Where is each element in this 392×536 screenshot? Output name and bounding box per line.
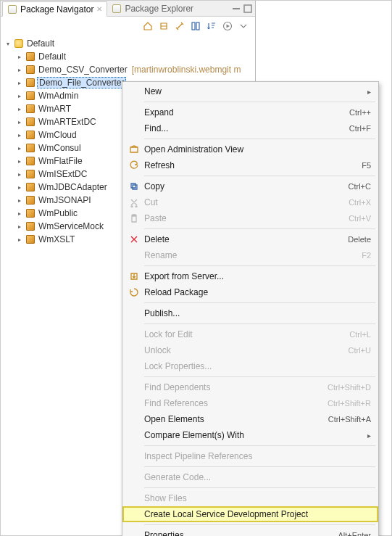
blank-icon [125,329,143,340]
view-menu-icon[interactable] [238,20,249,32]
expander-icon[interactable] [15,183,24,191]
expander-icon[interactable] [15,209,24,218]
menu-item[interactable]: Compare Element(s) With▸ [122,427,378,443]
menu-item[interactable]: Reload Package [122,284,378,300]
pkg-icon [25,221,36,231]
menu-item[interactable]: CopyCtrl+C [122,178,378,194]
menu-separator [144,302,375,303]
menu-item: Lock for EditCtrl+L [122,326,378,342]
blank-icon [125,360,143,372]
cut-icon [125,197,143,208]
svg-rect-1 [244,5,251,12]
svg-rect-2 [192,22,195,30]
export-icon [125,271,143,282]
menu-item: Inspect Pipeline References [122,448,378,464]
svg-rect-0 [233,8,240,9]
tab-package-navigator[interactable]: Package Navigator ✕ [2,1,107,17]
menu-item[interactable]: New▸ [122,83,378,99]
tree-node-label: WmARTExtDC [37,117,96,127]
menu-item-label: Find... [144,123,342,133]
menu-item[interactable]: Create Local Service Development Project [122,506,378,522]
tree-node-label: WmConsul [37,143,81,153]
expander-icon[interactable] [15,235,24,244]
menu-item-label: Export from Server... [144,271,371,281]
tree-node[interactable]: Demo_CSV_Converter[martinwroblinski.webm… [1,63,255,76]
tree-node-label: WmCloud [37,130,77,140]
paste-icon [125,213,143,224]
maximize-view-icon[interactable] [242,3,254,15]
expander-icon[interactable] [15,78,24,87]
menu-item[interactable]: Find...Ctrl+F [122,120,378,136]
menu-item-accelerator: Ctrl+U [343,346,371,355]
menu-item-label: Lock Properties... [144,361,371,371]
expander-icon[interactable] [15,131,24,139]
menu-separator [144,524,375,525]
tree-node-label: WmServiceMock [37,221,104,231]
server-icon [14,38,24,49]
tree-node-label: WmFlatFile [37,156,83,166]
menu-item[interactable]: Publish... [122,305,378,321]
expander-icon[interactable] [15,144,24,152]
expander-icon[interactable] [15,91,24,100]
link-editor-icon[interactable] [174,20,185,32]
menu-item-accelerator: Ctrl+F [343,124,371,133]
menu-item[interactable]: Export from Server... [122,268,378,284]
expander-icon[interactable] [4,39,12,48]
menu-item[interactable]: DeleteDelete [122,231,378,247]
menu-separator [144,466,375,467]
menu-item[interactable]: Open ElementsCtrl+Shift+A [122,411,378,427]
admin-icon [125,144,143,155]
blank-icon [125,86,143,97]
view-tabstrip: Package Navigator ✕ Package Explorer [1,1,255,17]
menu-item-label: Open Elements [144,414,321,424]
minimize-view-icon[interactable] [230,3,242,15]
menu-item-label: Properties [144,530,330,536]
blank-icon [125,529,143,536]
run-icon[interactable] [222,20,233,32]
collapse-all-icon[interactable] [158,20,170,32]
close-icon[interactable]: ✕ [96,5,102,13]
blank-icon [125,413,143,425]
expander-icon[interactable] [15,104,24,113]
home-icon[interactable] [142,20,154,32]
expander-icon[interactable] [15,157,24,165]
package-navigator-icon [7,4,17,15]
menu-item-accelerator: Ctrl+V [343,214,371,223]
tree-node-suffix: [martinwroblinski.webmgit m [129,65,241,75]
menu-separator [144,445,375,446]
tab-label: Package Explorer [125,4,193,14]
menu-item[interactable]: Open Administration View [122,141,378,157]
menu-item[interactable]: ExpandCtrl++ [122,104,378,120]
tree-node[interactable]: Default [1,37,255,50]
menu-item: Lock Properties... [122,358,378,374]
expander-icon[interactable] [15,117,24,126]
tree-node-label: Default [37,51,66,62]
menu-item[interactable]: RefreshF5 [122,157,378,173]
expander-icon[interactable] [15,52,24,61]
menu-item-accelerator: Delete [342,235,371,244]
menu-separator [144,228,375,229]
menu-item-label: Refresh [144,160,354,170]
menu-item-label: Inspect Pipeline References [144,451,371,461]
menu-item: Generate Code... [122,469,378,485]
expander-icon[interactable] [15,170,24,178]
pkg-icon [25,51,36,62]
focus-icon[interactable] [190,20,201,32]
expander-icon[interactable] [15,222,24,231]
pkg-icon [25,104,36,114]
blank-icon [125,397,143,409]
expander-icon[interactable] [15,65,24,74]
tree-node[interactable]: Default [1,50,255,63]
menu-item-label: Reload Package [144,287,371,297]
tab-package-explorer[interactable]: Package Explorer [107,1,198,16]
menu-item-label: Copy [144,181,341,191]
menu-item: RenameF2 [122,247,378,263]
menu-item-accelerator: F2 [356,251,371,260]
menu-item-label: Find References [144,398,320,408]
pkg-icon [25,65,36,75]
menu-item[interactable]: PropertiesAlt+Enter [122,527,378,536]
expander-icon[interactable] [15,196,24,205]
sort-icon[interactable] [206,20,217,32]
blank-icon [125,450,143,462]
menu-separator [144,323,375,324]
